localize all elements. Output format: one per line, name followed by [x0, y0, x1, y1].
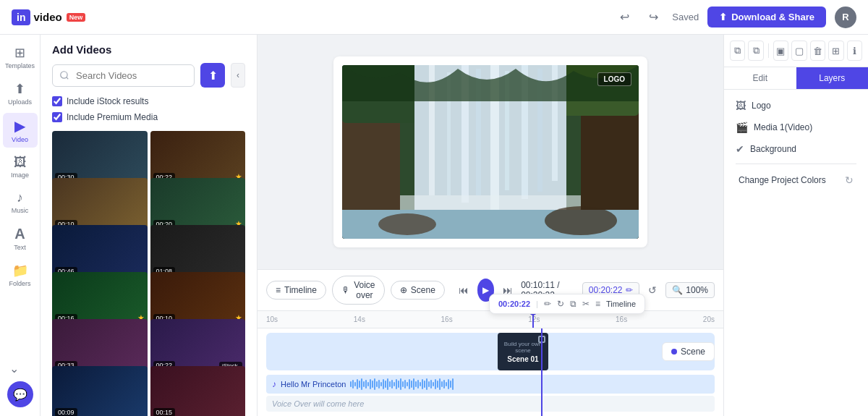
redo-button[interactable]: ↪ [643, 7, 663, 27]
popup-scissors-icon[interactable]: ✂ [582, 299, 590, 309]
rp-copy-button[interactable]: ⧉ [730, 41, 745, 61]
audio-track[interactable]: ♪ Hello Mr Princeton [266, 375, 715, 394]
audio-label: Hello Mr Princeton [281, 380, 346, 389]
list-item[interactable]: 00:10 ★ [150, 272, 246, 326]
list-item[interactable]: 00:33 [52, 319, 148, 373]
sidebar-item-uploads[interactable]: ⬆ Uploads [3, 77, 38, 110]
preview-card: LOGO [333, 56, 647, 247]
list-item[interactable]: 00:22 iStock. [150, 319, 246, 373]
zoom-control: 🔍 100% [665, 282, 715, 298]
upload-button[interactable]: ⬆ [200, 63, 225, 88]
undo-button[interactable]: ↩ [614, 7, 634, 27]
istock-checkbox[interactable] [52, 96, 62, 106]
search-icon [59, 70, 69, 80]
list-item[interactable]: 00:16 ★ [52, 272, 148, 326]
list-item[interactable]: 00:30 [52, 131, 148, 184]
rp-grid-button[interactable]: ⊞ [828, 41, 843, 61]
popup-timeline-icon[interactable]: ≡ [595, 299, 600, 309]
topbar-left: in video New [12, 9, 85, 25]
list-item[interactable]: 00:20 ★ [150, 178, 246, 232]
popup-edit-icon[interactable]: ✏ [544, 299, 551, 309]
background-layer-icon: ✔ [736, 143, 744, 155]
tab-edit[interactable]: Edit [724, 67, 796, 89]
templates-icon: ⊞ [14, 45, 25, 61]
logo-text: video [33, 11, 61, 23]
rp-frame-button[interactable]: ▢ [791, 41, 807, 61]
sidebar-item-folders[interactable]: 📁 Folders [3, 258, 38, 292]
change-project-colors-button[interactable]: Change Project Colors ↻ [730, 169, 862, 192]
voiceover-icon: 🎙 [341, 285, 350, 295]
layer-background[interactable]: ✔ Background [730, 139, 862, 159]
rp-info-button[interactable]: ℹ [847, 41, 862, 61]
main-track-row: Build your own scene Scene 01 Scene [266, 333, 715, 370]
text-icon: A [14, 226, 25, 242]
sidebar-item-image[interactable]: 🖼 Image [3, 150, 38, 183]
video-icon: ▶ [14, 117, 25, 135]
list-item[interactable]: 00:46 [52, 225, 148, 279]
sidebar: Add Videos ⬆ ‹ Include iStock results In… [41, 35, 258, 416]
topbar: in video New ↩ ↪ Saved ⬆ Download & Shar… [0, 0, 868, 35]
video-duration: 00:09 [55, 408, 77, 416]
popup-copy-icon[interactable]: ⧉ [570, 299, 576, 309]
list-item[interactable]: 01:08 [150, 225, 246, 279]
premium-checkbox-row: Include Premium Media [41, 109, 257, 125]
music-label: Music [12, 207, 29, 214]
logo: in video New [12, 9, 85, 25]
list-item[interactable]: 00:15 [150, 366, 246, 416]
scene-block[interactable]: Build your own scene Scene 01 [498, 333, 548, 370]
scene-corner-icon [538, 336, 545, 343]
chat-button[interactable]: 💬 [7, 381, 33, 407]
preview-video: LOGO [342, 65, 639, 239]
layer-media1[interactable]: 🎬 Media 1(Video) [730, 117, 862, 137]
download-share-button[interactable]: ⬆ Download & Share [707, 7, 826, 27]
left-nav: ⊞ Templates ⬆ Uploads ▶ Video 🖼 Image ♪ … [0, 35, 41, 416]
voiceover-track: Voice Over will come here [266, 396, 715, 412]
timeline-button[interactable]: ≡ Timeline [266, 281, 326, 300]
main-layout: ⊞ Templates ⬆ Uploads ▶ Video 🖼 Image ♪ … [0, 35, 868, 416]
list-item[interactable]: 00:22 ★ [150, 131, 246, 184]
media-layer-icon: 🎬 [736, 122, 748, 133]
folders-icon: 📁 [12, 263, 28, 279]
rp-delete-button[interactable]: 🗑 [810, 41, 825, 61]
tab-layers[interactable]: Layers [796, 67, 869, 89]
sidebar-item-templates[interactable]: ⊞ Templates [3, 41, 38, 74]
rp-paste-button[interactable]: ⧉ [748, 41, 763, 61]
expand-nav-button[interactable]: ⌄ [4, 358, 25, 378]
sidebar-item-music[interactable]: ♪ Music [3, 186, 38, 218]
voiceover-placeholder: Voice Over will come here [272, 399, 364, 408]
rp-tabs: Edit Layers [724, 67, 868, 90]
voiceover-button[interactable]: 🎙 Voice over [332, 276, 385, 305]
layers-divider [736, 164, 856, 164]
svg-point-23 [545, 206, 617, 235]
saved-status: Saved [672, 12, 699, 22]
rp-crop-button[interactable]: ▣ [773, 41, 788, 61]
list-item[interactable]: 00:09 [52, 366, 148, 416]
preview-area: LOGO [258, 35, 723, 269]
svg-point-22 [378, 213, 436, 235]
collapse-sidebar-button[interactable]: ‹ [231, 63, 245, 88]
video-label: Video [12, 136, 28, 143]
sidebar-title: Add Videos [52, 43, 245, 56]
folders-label: Folders [9, 280, 30, 287]
main-content: LOGO ≡ Timeline 🎙 Voice over ⊕ Scene [258, 35, 723, 416]
sidebar-item-text[interactable]: A Text [3, 221, 38, 255]
sidebar-header: Add Videos ⬆ ‹ [41, 35, 257, 93]
layers-list: 🖼 Logo 🎬 Media 1(Video) ✔ Background Cha… [724, 90, 868, 198]
sidebar-item-video[interactable]: ▶ Video [3, 113, 38, 148]
loop-button[interactable]: ↺ [645, 280, 660, 300]
scene-add-button[interactable]: ⊕ Scene [391, 281, 445, 300]
audio-note-icon: ♪ [272, 379, 276, 389]
list-item[interactable]: 00:10 [52, 178, 148, 232]
layer-logo[interactable]: 🖼 Logo [730, 95, 862, 116]
user-avatar-button[interactable]: R [835, 7, 856, 28]
popup-refresh-icon[interactable]: ↻ [557, 299, 564, 309]
timeline-tracks: 00:20:22 | ✏ ↻ ⧉ ✂ ≡ Timeline Build your… [258, 328, 723, 416]
search-input[interactable] [52, 64, 195, 87]
search-row: ⬆ ‹ [52, 63, 245, 88]
scene-button[interactable]: Scene [662, 342, 715, 361]
premium-checkbox[interactable] [52, 112, 62, 122]
main-video-track[interactable]: Build your own scene Scene 01 [266, 333, 715, 370]
skip-back-button[interactable]: ⏮ [456, 280, 472, 300]
timeline-ruler: 10s 14s 16s 12s 16s 20s [258, 311, 723, 328]
logo-watermark: LOGO [597, 72, 631, 86]
